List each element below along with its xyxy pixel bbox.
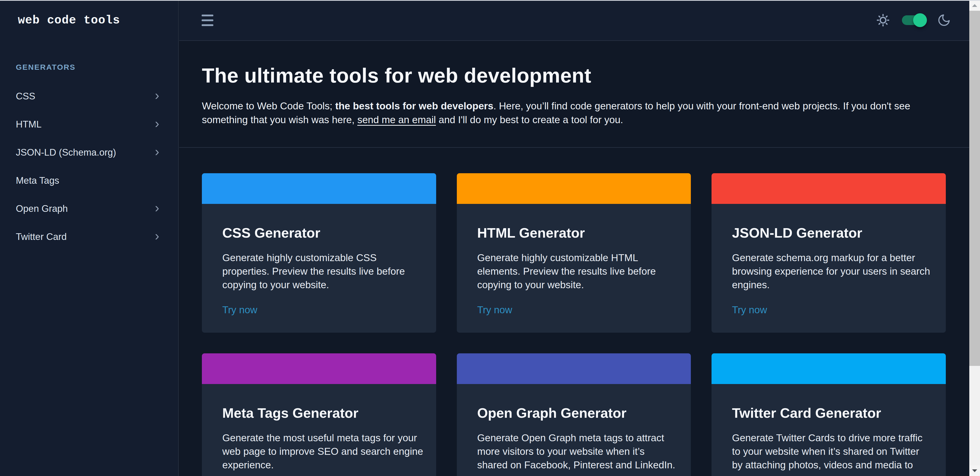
sidebar-item-open-graph[interactable]: Open Graph › [0,195,178,223]
sun-icon [876,13,890,27]
try-now-link[interactable]: Try now [477,304,512,316]
card-meta-tags-generator: Meta Tags Generator Generate the most us… [202,353,436,476]
card-accent-header [202,173,436,204]
arrow-down-icon [972,470,977,472]
vertical-scrollbar [969,0,980,476]
card-body: JSON-LD Generator Generate schema.org ma… [711,204,946,316]
card-title: CSS Generator [222,225,426,241]
card-body: Meta Tags Generator Generate the most us… [202,384,436,476]
card-json-ld-generator: JSON-LD Generator Generate schema.org ma… [711,173,946,333]
card-description: Generate highly customizable HTML elemen… [477,251,681,292]
main-content: The ultimate tools for web development W… [179,42,969,476]
card-title: Open Graph Generator [477,405,681,421]
site-logo[interactable]: web code tools [18,14,120,27]
intro-paragraph: Welcome to Web Code Tools; the best tool… [202,99,949,127]
sidebar-item-label: CSS [16,91,35,102]
card-description: Generate highly customizable CSS propert… [222,251,426,292]
card-title: JSON-LD Generator [732,225,935,241]
dark-mode-toggle[interactable] [902,15,925,25]
card-body: CSS Generator Generate highly customizab… [202,204,436,316]
arrow-up-icon [972,4,977,7]
sidebar-item-json-ld[interactable]: JSON-LD (Schema.org) › [0,139,178,166]
sidebar-item-label: Twitter Card [16,232,67,242]
scrollbar-up-button[interactable] [969,0,980,11]
card-accent-header [457,353,691,384]
try-now-link[interactable]: Try now [222,304,257,316]
intro-bold-text: the best tools for web developers [335,101,493,112]
sidebar-item-label: JSON-LD (Schema.org) [16,147,116,158]
sidebar-section-label: GENERATORS [16,63,178,72]
generator-cards-grid: CSS Generator Generate highly customizab… [179,148,969,476]
card-description: Generate Open Graph meta tags to attract… [477,431,681,472]
card-description: Generate schema.org markup for a better … [732,251,935,292]
send-email-link[interactable]: send me an email [357,114,436,125]
chevron-right-icon: › [155,117,159,130]
chevron-right-icon: › [155,201,159,214]
card-html-generator: HTML Generator Generate highly customiza… [457,173,691,333]
card-accent-header [202,353,436,384]
intro-text: Welcome to Web Code Tools; [202,101,335,112]
sidebar-item-label: Meta Tags [16,175,59,186]
card-open-graph-generator: Open Graph Generator Generate Open Graph… [457,353,691,476]
card-description: Generate the most useful meta tags for y… [222,431,426,472]
card-description: Generate Twitter Cards to drive more tra… [732,431,935,472]
chevron-right-icon: › [155,229,159,243]
card-accent-header [457,173,691,204]
card-body: HTML Generator Generate highly customiza… [457,204,691,316]
page-top-strip [0,0,980,1]
card-title: Twitter Card Generator [732,405,935,421]
chevron-right-icon: › [155,145,159,158]
card-body: Open Graph Generator Generate Open Graph… [457,384,691,476]
logo-row: web code tools [0,0,178,41]
try-now-link[interactable]: Try now [732,304,767,316]
card-title: Meta Tags Generator [222,405,426,421]
page-title: The ultimate tools for web development [202,64,949,87]
sidebar-item-html[interactable]: HTML › [0,110,178,139]
card-twitter-card-generator: Twitter Card Generator Generate Twitter … [711,353,946,476]
sidebar-item-label: Open Graph [16,203,68,214]
sidebar-item-meta-tags[interactable]: Meta Tags [0,166,178,195]
scrollbar-thumb[interactable] [969,11,980,366]
sidebar-item-label: HTML [16,119,41,130]
sidebar-item-css[interactable]: CSS › [0,82,178,110]
topbar [179,0,969,41]
hero-section: The ultimate tools for web development W… [179,42,969,127]
card-css-generator: CSS Generator Generate highly customizab… [202,173,436,333]
intro-text: and I'll do my best to create a tool for… [436,114,623,125]
toggle-knob [913,13,927,27]
sidebar: web code tools GENERATORS CSS › HTML › J… [0,0,179,476]
card-body: Twitter Card Generator Generate Twitter … [711,384,946,476]
sidebar-nav: CSS › HTML › JSON-LD (Schema.org) › Meta… [0,82,178,251]
card-accent-header [711,353,946,384]
card-accent-header [711,173,946,204]
sidebar-item-twitter-card[interactable]: Twitter Card › [0,223,178,251]
theme-controls [876,13,951,27]
hamburger-menu-icon[interactable] [202,12,213,29]
card-title: HTML Generator [477,225,681,241]
chevron-right-icon: › [155,89,159,102]
scrollbar-down-button[interactable] [969,465,980,476]
moon-icon [937,13,951,27]
